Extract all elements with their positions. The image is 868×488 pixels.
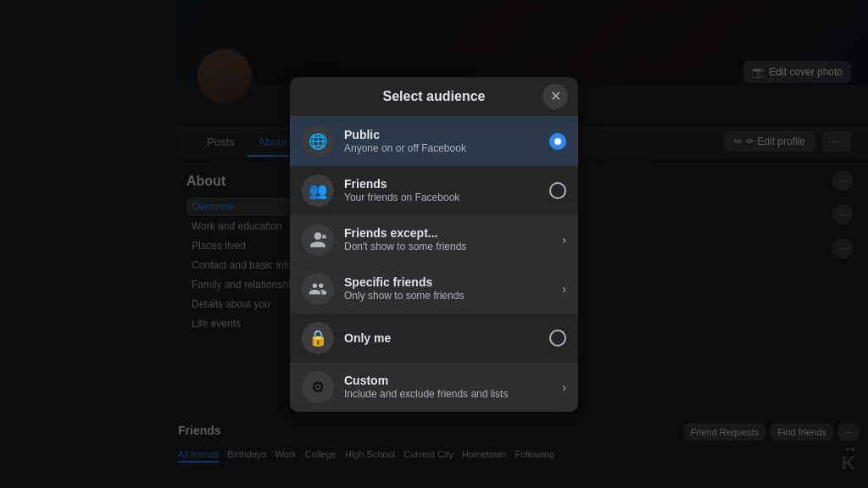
friends-icon: 👥: [302, 175, 334, 207]
modal-header: Select audience ✕: [290, 77, 578, 117]
friends-except-chevron: ›: [562, 233, 566, 247]
friends-text: Friends Your friends on Facebook: [344, 177, 539, 203]
public-text: Public Anyone on or off Facebook: [344, 128, 539, 154]
specific-friends-chevron: ›: [562, 282, 566, 296]
public-icon: 🌐: [302, 125, 334, 158]
specific-friends-text: Specific friends Only show to some frien…: [344, 275, 552, 302]
custom-title: Custom: [344, 374, 552, 387]
audience-option-only-me[interactable]: 🔒 Only me: [290, 313, 578, 363]
public-title: Public: [344, 128, 539, 141]
public-radio: [549, 133, 566, 150]
modal-overlay[interactable]: Select audience ✕ 🌐 Public Anyone on or …: [0, 0, 868, 488]
only-me-text: Only me: [344, 331, 539, 345]
custom-chevron: ›: [562, 380, 566, 394]
friends-except-text: Friends except... Don't show to some fri…: [344, 226, 552, 252]
specific-friends-title: Specific friends: [344, 275, 552, 289]
only-me-title: Only me: [344, 331, 539, 345]
specific-friends-subtitle: Only show to some friends: [344, 290, 552, 302]
only-me-icon: 🔒: [302, 322, 334, 354]
audience-option-friends[interactable]: 👥 Friends Your friends on Facebook: [290, 166, 578, 215]
specific-friends-icon: [302, 273, 334, 305]
custom-text: Custom Include and exclude friends and l…: [344, 374, 552, 400]
audience-option-friends-except[interactable]: Friends except... Don't show to some fri…: [290, 215, 578, 264]
friends-title-opt: Friends: [344, 177, 539, 191]
modal-title: Select audience: [383, 89, 486, 104]
friends-subtitle: Your friends on Facebook: [344, 191, 539, 203]
audience-option-specific-friends[interactable]: Specific friends Only show to some frien…: [290, 264, 578, 313]
close-icon: ✕: [550, 88, 561, 104]
friends-except-title: Friends except...: [344, 226, 552, 240]
custom-subtitle: Include and exclude friends and lists: [344, 388, 552, 400]
friends-except-subtitle: Don't show to some friends: [344, 241, 552, 252]
friends-except-icon: [302, 224, 334, 256]
audience-option-public[interactable]: 🌐 Public Anyone on or off Facebook: [290, 117, 578, 166]
only-me-radio: [549, 330, 566, 347]
select-audience-modal: Select audience ✕ 🌐 Public Anyone on or …: [290, 77, 578, 412]
audience-option-custom[interactable]: ⚙ Custom Include and exclude friends and…: [290, 363, 578, 412]
public-subtitle: Anyone on or off Facebook: [344, 142, 539, 154]
custom-icon: ⚙: [302, 371, 334, 403]
close-button[interactable]: ✕: [542, 84, 568, 109]
friends-radio: [549, 182, 566, 199]
